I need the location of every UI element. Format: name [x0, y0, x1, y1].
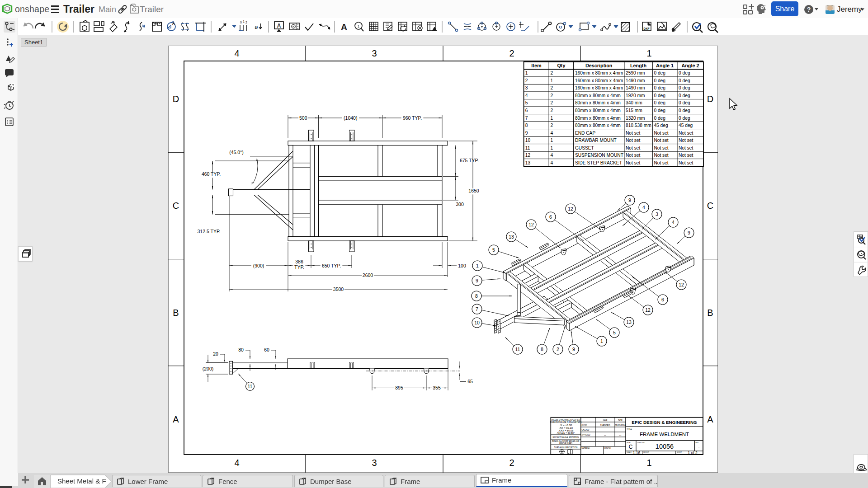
svg-text:?: ?: [12, 83, 14, 87]
svg-text:13: 13: [509, 234, 514, 239]
svg-text:EPIC DESIGN & ENGINEERING: EPIC DESIGN & ENGINEERING: [632, 420, 697, 425]
svg-text:0 deg: 0 deg: [654, 93, 665, 98]
svg-text:13: 13: [626, 319, 632, 325]
svg-text:80mm x 80mm x 4mm: 80mm x 80mm x 4mm: [575, 123, 621, 128]
svg-text:Not set: Not set: [626, 160, 640, 165]
svg-text:Not set: Not set: [654, 160, 668, 165]
svg-text:?: ?: [807, 6, 811, 13]
svg-text:0 deg: 0 deg: [679, 70, 690, 75]
svg-text:4: 4: [550, 153, 553, 158]
svg-text:12: 12: [568, 206, 573, 211]
svg-text:0 deg: 0 deg: [679, 116, 690, 121]
svg-text:80mm x 80mm x 4mm: 80mm x 80mm x 4mm: [575, 116, 621, 121]
svg-text:1 of 2: 1 of 2: [688, 450, 698, 455]
svg-text:Angle 1: Angle 1: [656, 63, 674, 68]
svg-text:80mm x 80mm x 4mm: 80mm x 80mm x 4mm: [575, 100, 621, 105]
svg-text:4: 4: [550, 131, 553, 136]
svg-text:THIRD ANGLE PROJECTION: THIRD ANGLE PROJECTION: [554, 446, 578, 449]
svg-text:DRAWN: DRAWN: [582, 424, 587, 426]
svg-text:Not set: Not set: [626, 138, 640, 143]
svg-text:300: 300: [456, 202, 464, 207]
svg-text:B: B: [707, 308, 713, 318]
svg-text:10056: 10056: [656, 443, 674, 450]
svg-text:960 TYP.: 960 TYP.: [403, 115, 422, 121]
svg-text:45 deg: 45 deg: [679, 123, 693, 128]
svg-text:Item: Item: [531, 63, 541, 68]
svg-text:(200): (200): [203, 366, 214, 371]
svg-text:6: 6: [661, 297, 664, 302]
svg-text:8: 8: [525, 123, 528, 128]
svg-text:D: D: [707, 94, 713, 104]
svg-text:DATE: DATE: [618, 419, 623, 422]
svg-text:Not set: Not set: [654, 138, 668, 143]
svg-text:(45.0°): (45.0°): [229, 150, 244, 155]
svg-text:J.MENDRIS: J.MENDRIS: [600, 424, 610, 427]
svg-text:10: 10: [474, 320, 480, 325]
svg-text:SUSPENSION MOUNT: SUSPENSION MOUNT: [575, 153, 623, 158]
svg-text:5: 5: [525, 100, 528, 105]
svg-text:895: 895: [395, 385, 403, 390]
svg-text:(900): (900): [253, 263, 264, 268]
svg-text:1: 1: [550, 145, 553, 150]
svg-text:Qty: Qty: [557, 63, 565, 68]
svg-text:1: 1: [550, 116, 553, 121]
svg-text:9: 9: [525, 131, 528, 136]
svg-text:0 deg: 0 deg: [654, 108, 665, 113]
svg-text:SIDE STEP BRACKET: SIDE STEP BRACKET: [575, 160, 622, 165]
svg-text:2600: 2600: [363, 272, 373, 278]
svg-text:UNLESS OTHERWISE SPECIFIED:: UNLESS OTHERWISE SPECIFIED:: [551, 419, 580, 421]
svg-text:09/18/2024: 09/18/2024: [615, 424, 626, 427]
svg-text:7: 7: [476, 306, 478, 312]
svg-text:6: 6: [549, 214, 552, 220]
svg-text:355: 355: [433, 385, 441, 390]
svg-text:2: 2: [550, 85, 553, 90]
svg-text:11: 11: [248, 384, 253, 389]
svg-text:1490 mm: 1490 mm: [626, 78, 645, 83]
svg-text:6: 6: [525, 108, 528, 113]
svg-text:CHECKED: CHECKED: [582, 429, 590, 431]
svg-text:7: 7: [525, 116, 528, 121]
svg-text:3: 3: [372, 48, 377, 58]
svg-text:60: 60: [264, 347, 269, 352]
svg-text:B: B: [173, 308, 179, 318]
svg-text:312.5 TYP.: 312.5 TYP.: [198, 229, 221, 234]
svg-text:515 mm: 515 mm: [626, 108, 642, 113]
svg-text:8: 8: [541, 347, 543, 352]
svg-text:2: 2: [550, 70, 553, 75]
svg-text:12: 12: [645, 307, 651, 313]
svg-text:2: 2: [509, 458, 514, 468]
svg-text:C: C: [707, 201, 713, 211]
svg-text:13: 13: [525, 160, 531, 165]
svg-text:1:16: 1:16: [633, 450, 641, 455]
svg-text:160mm x 80mm x 4mm: 160mm x 80mm x 4mm: [575, 85, 623, 90]
svg-text:FRAME WELDMENT: FRAME WELDMENT: [640, 432, 689, 437]
svg-text:MATERIAL: MATERIAL: [582, 447, 590, 450]
svg-text:4: 4: [672, 220, 675, 225]
svg-text:3500: 3500: [333, 286, 344, 292]
svg-text:1: 1: [243, 20, 245, 23]
svg-text:80mm x 80mm x 4mm: 80mm x 80mm x 4mm: [575, 108, 621, 113]
svg-text:80mm x 80mm x 4mm: 80mm x 80mm x 4mm: [575, 93, 621, 98]
svg-text:9: 9: [476, 278, 478, 283]
svg-text:A: A: [173, 414, 179, 424]
svg-text:1: 1: [550, 78, 553, 83]
svg-text:APPROVED: APPROVED: [582, 434, 591, 436]
svg-text:0 deg: 0 deg: [679, 78, 690, 83]
svg-text:810.538 mm: 810.538 mm: [626, 123, 651, 128]
svg-text:D: D: [173, 94, 179, 104]
svg-text:TITLE: TITLE: [627, 428, 632, 430]
svg-text:2: 2: [550, 100, 553, 105]
svg-text:11: 11: [525, 145, 530, 150]
svg-text:1: 1: [646, 48, 651, 58]
svg-text:Not set: Not set: [654, 131, 668, 136]
svg-text:675 TYP.: 675 TYP.: [460, 158, 479, 163]
svg-text:A: A: [341, 22, 347, 32]
svg-text:-: -: [698, 445, 700, 449]
svg-text:100: 100: [458, 263, 466, 268]
svg-text:TYP.: TYP.: [294, 264, 304, 270]
svg-text:--: --: [619, 434, 622, 436]
svg-text:340 mm: 340 mm: [626, 100, 642, 105]
svg-text:Not set: Not set: [679, 153, 693, 158]
svg-text:4: 4: [234, 458, 239, 468]
svg-text:160mm x 80mm x 4mm: 160mm x 80mm x 4mm: [575, 70, 623, 75]
